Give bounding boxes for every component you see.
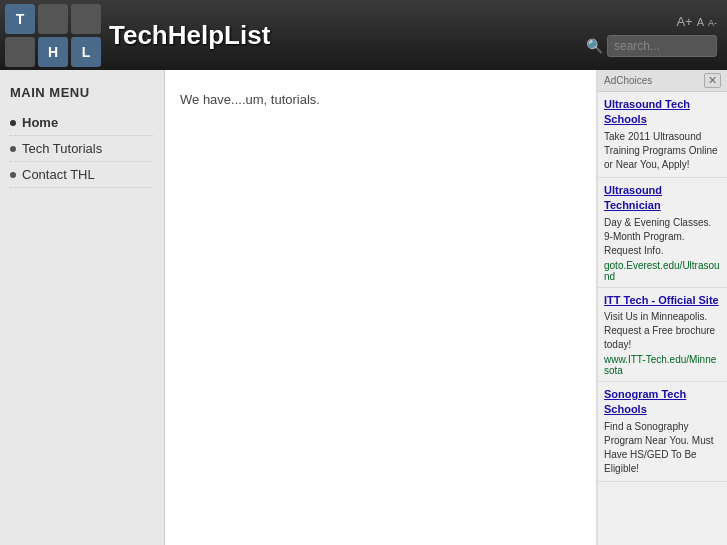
ad-close-button[interactable]: ✕ [704,73,721,88]
tile-3 [71,4,101,34]
ad-block-2: ITT Tech - Official Site Visit Us in Min… [598,288,727,382]
site-header: T H L TechHelpList A+ A A- 🔍 [0,0,727,70]
font-normal-button[interactable]: A [697,16,704,28]
font-increase-button[interactable]: A+ [676,14,692,29]
search-input[interactable] [607,35,717,57]
logo-area: T H L TechHelpList [5,4,270,67]
ad-link-0[interactable]: Ultrasound Tech Schools [604,97,721,128]
content-text: We have....um, tutorials. [180,90,581,110]
ad-url-1: goto.Everest.edu/Ultrasound [604,260,721,282]
logo-tiles: T H L [5,4,101,67]
bullet-contact [10,172,16,178]
sidebar-title: MAIN MENU [10,85,154,100]
ad-link-1[interactable]: Ultrasound Technician [604,183,721,214]
ad-choices-label: AdChoices [604,75,652,86]
site-title: TechHelpList [109,20,270,51]
font-size-controls: A+ A A- [676,14,717,29]
tile-h: H [38,37,68,67]
sidebar: MAIN MENU Home Tech Tutorials Contact TH… [0,70,165,545]
ad-text-1: Day & Evening Classes. 9-Month Program. … [604,216,721,258]
ad-block-0: Ultrasound Tech Schools Take 2011 Ultras… [598,92,727,178]
sidebar-item-home[interactable]: Home [10,110,154,136]
ad-header: AdChoices ✕ [598,70,727,92]
tile-4 [5,37,35,67]
font-decrease-button[interactable]: A- [708,18,717,28]
ad-link-3[interactable]: Sonogram Tech Schools [604,387,721,418]
header-right: A+ A A- 🔍 [586,14,717,57]
main-content: We have....um, tutorials. [165,70,597,545]
page-layout: MAIN MENU Home Tech Tutorials Contact TH… [0,70,727,545]
ad-text-3: Find a Sonography Program Near You. Must… [604,420,721,476]
sidebar-item-tutorials-label: Tech Tutorials [22,141,102,156]
ad-link-2[interactable]: ITT Tech - Official Site [604,293,721,308]
search-area: 🔍 [586,35,717,57]
sidebar-item-contact-label: Contact THL [22,167,95,182]
tile-l: L [71,37,101,67]
sidebar-item-contact[interactable]: Contact THL [10,162,154,188]
bullet-tutorials [10,146,16,152]
ad-block-3: Sonogram Tech Schools Find a Sonography … [598,382,727,482]
tile-2 [38,4,68,34]
bullet-home [10,120,16,126]
tile-t: T [5,4,35,34]
ad-text-2: Visit Us in Minneapolis. Request a Free … [604,310,721,352]
sidebar-item-tutorials[interactable]: Tech Tutorials [10,136,154,162]
search-icon: 🔍 [586,38,603,54]
sidebar-item-home-label: Home [22,115,58,130]
ad-sidebar: AdChoices ✕ Ultrasound Tech Schools Take… [597,70,727,545]
ad-block-1: Ultrasound Technician Day & Evening Clas… [598,178,727,288]
ad-text-0: Take 2011 Ultrasound Training Programs O… [604,130,721,172]
ad-url-2: www.ITT-Tech.edu/Minnesota [604,354,721,376]
